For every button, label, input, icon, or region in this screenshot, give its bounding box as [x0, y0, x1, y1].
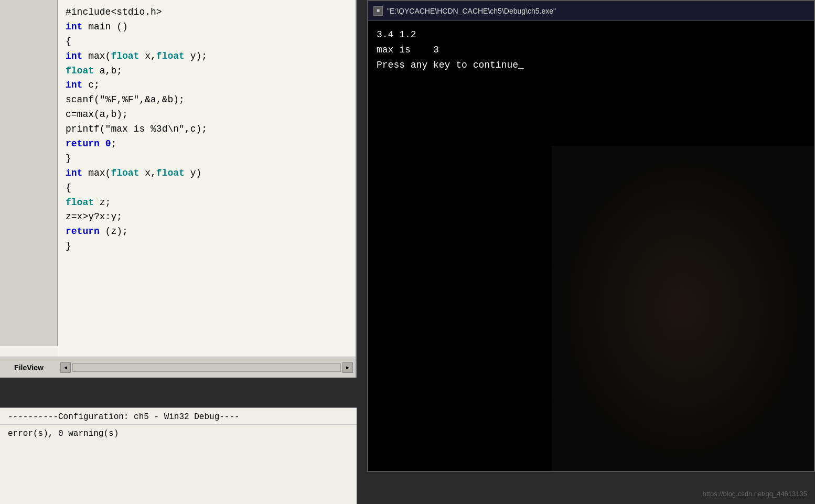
code-line-4: int max(float x,float y);	[66, 49, 348, 64]
console-titlebar: ■ "E:\QYCACHE\HCDN_CACHE\ch5\Debug\ch5.e…	[368, 1, 814, 21]
code-line-16: return (z);	[66, 224, 348, 239]
fileview-tab[interactable]: FileView	[0, 357, 58, 378]
code-line-2: int main ()	[66, 20, 348, 35]
console-output-line-2: max is 3	[377, 42, 806, 58]
code-line-5: float a,b;	[66, 64, 348, 79]
console-icon: ■	[373, 6, 383, 16]
editor-horizontal-scrollbar[interactable]: ◀ ▶	[58, 357, 356, 378]
scroll-left-button[interactable]: ◀	[60, 362, 71, 373]
error-text: error(s), 0 warning(s)	[8, 429, 119, 438]
editor-sidebar	[0, 0, 58, 346]
console-window[interactable]: ■ "E:\QYCACHE\HCDN_CACHE\ch5\Debug\ch5.e…	[367, 0, 815, 472]
code-line-1: #include<stdio.h>	[66, 5, 348, 20]
code-line-17: }	[66, 239, 348, 254]
code-line-3: {	[66, 35, 348, 49]
scrollbar-track[interactable]	[72, 363, 341, 372]
console-output-line-3: Press any key to continue_	[377, 58, 806, 73]
code-line-7: scanf("%F,%F",&a,&b);	[66, 93, 348, 108]
code-editor: #include<stdio.h> int main () { int max(…	[0, 0, 357, 378]
console-output-line-1: 3.4 1.2	[377, 27, 806, 42]
config-line: ----------Configuration: ch5 - Win32 Deb…	[0, 408, 357, 425]
code-line-12: int max(float x,float y)	[66, 166, 348, 181]
watermark: https://blog.csdn.net/qq_44613135	[703, 490, 808, 498]
status-bar: ----------Configuration: ch5 - Win32 Deb…	[0, 407, 357, 504]
code-content[interactable]: #include<stdio.h> int main () { int max(…	[58, 0, 356, 357]
fileview-label: FileView	[14, 363, 44, 372]
code-line-8: c=max(a,b);	[66, 108, 348, 122]
console-title: "E:\QYCACHE\HCDN_CACHE\ch5\Debug\ch5.exe…	[387, 7, 556, 15]
code-line-6: int c;	[66, 78, 348, 93]
code-line-11: }	[66, 152, 348, 166]
code-line-9: printf("max is %3d\n",c);	[66, 122, 348, 137]
code-line-13: {	[66, 181, 348, 196]
code-line-14: float z;	[66, 196, 348, 210]
code-line-10: return 0;	[66, 137, 348, 152]
code-line-15: z=x>y?x:y;	[66, 210, 348, 224]
console-overlay	[552, 146, 814, 471]
console-body: 3.4 1.2 max is 3 Press any key to contin…	[368, 21, 814, 471]
error-line: error(s), 0 warning(s)	[0, 425, 357, 443]
scroll-right-button[interactable]: ▶	[342, 362, 353, 373]
